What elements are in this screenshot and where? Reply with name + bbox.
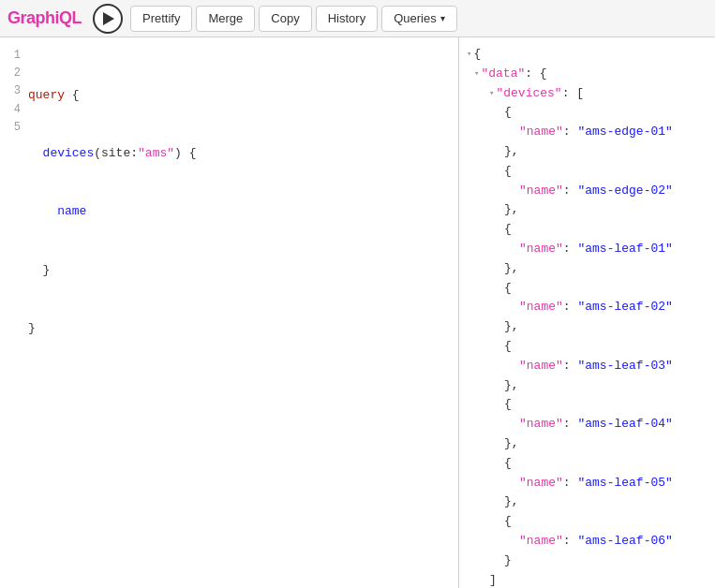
results-panel: ▾{ ▾"data": { ▾"devices": [ { "name": "a… <box>459 37 715 588</box>
prettify-button[interactable]: Prettify <box>130 6 192 32</box>
code-editor[interactable]: 1 2 3 4 5 query { devices(site:"ams") { … <box>0 37 458 588</box>
line-number-3: 3 <box>7 82 21 100</box>
field-name: name <box>57 202 86 222</box>
device-entry-0: { "name": "ams-edge-01" }, <box>459 103 715 161</box>
result-line-dev2-name: "name": "ams-leaf-01" <box>459 240 715 259</box>
code-line-3: name <box>28 202 458 222</box>
queries-button[interactable]: Queries ▾ <box>381 6 457 32</box>
line-numbers: 1 2 3 4 5 <box>0 45 28 588</box>
copy-button[interactable]: Copy <box>259 6 311 32</box>
graphiql-logo: GraphiQL <box>7 8 82 28</box>
result-line-dev5-open: { <box>459 395 715 415</box>
code-line-5: } <box>28 319 458 339</box>
result-line-array-close: ] <box>459 571 715 588</box>
device-entry-5: { "name": "ams-leaf-04" }, <box>459 395 715 453</box>
run-button[interactable] <box>93 4 123 34</box>
result-line-dev4-open: { <box>459 337 715 357</box>
field-devices: devices <box>43 144 95 164</box>
result-line-dev2-close: }, <box>459 259 715 279</box>
result-line-dev0-name: "name": "ams-edge-01" <box>459 123 715 142</box>
result-line-dev3-open: { <box>459 279 715 299</box>
result-line-dev0-close: }, <box>459 142 715 162</box>
result-line-devices-key: ▾"devices": [ <box>459 84 715 104</box>
results-area: ▾{ ▾"data": { ▾"devices": [ { "name": "a… <box>459 37 715 588</box>
result-root: ▾{ ▾"data": { ▾"devices": [ { "name": "a… <box>459 45 715 588</box>
result-line-dev7-name: "name": "ams-leaf-06" <box>459 532 715 551</box>
collapse-root-icon[interactable]: ▾ <box>467 48 471 61</box>
toolbar: GraphiQL Prettify Merge Copy History Que… <box>0 0 715 37</box>
result-line-dev1-open: { <box>459 162 715 182</box>
code-content[interactable]: query { devices(site:"ams") { name } } <box>28 45 458 588</box>
code-line-1: query { <box>28 86 458 106</box>
history-button[interactable]: History <box>316 6 378 32</box>
result-line-dev4-name: "name": "ams-leaf-03" <box>459 357 715 376</box>
collapse-devices-icon[interactable]: ▾ <box>489 87 494 100</box>
result-line-dev6-name: "name": "ams-leaf-05" <box>459 474 715 493</box>
result-line-dev1-name: "name": "ams-edge-02" <box>459 182 715 201</box>
result-line-dev3-name: "name": "ams-leaf-02" <box>459 298 715 317</box>
result-line-data-key: ▾"data": { <box>459 65 715 84</box>
play-icon <box>103 12 114 25</box>
result-line-dev5-name: "name": "ams-leaf-04" <box>459 415 715 434</box>
result-line-dev6-open: { <box>459 454 715 474</box>
result-line-dev5-close: }, <box>459 434 715 454</box>
device-entry-7: { "name": "ams-leaf-06" } <box>459 512 715 570</box>
result-line-dev7-open: { <box>459 512 715 532</box>
result-line-dev4-close: }, <box>459 376 715 396</box>
string-ams: "ams" <box>138 144 174 164</box>
device-entry-3: { "name": "ams-leaf-02" }, <box>459 279 715 337</box>
code-line-2: devices(site:"ams") { <box>28 144 458 164</box>
main-area: 1 2 3 4 5 query { devices(site:"ams") { … <box>0 37 715 588</box>
device-entry-4: { "name": "ams-leaf-03" }, <box>459 337 715 395</box>
chevron-down-icon: ▾ <box>440 13 445 23</box>
line-number-4: 4 <box>7 101 21 119</box>
result-line-dev1-close: }, <box>459 200 715 220</box>
result-line-dev2-open: { <box>459 220 715 240</box>
merge-button[interactable]: Merge <box>196 6 255 32</box>
device-entry-1: { "name": "ams-edge-02" }, <box>459 162 715 220</box>
code-line-4: } <box>28 261 458 281</box>
line-number-2: 2 <box>7 65 21 82</box>
collapse-data-icon[interactable]: ▾ <box>474 67 479 81</box>
device-entry-2: { "name": "ams-leaf-01" }, <box>459 220 715 278</box>
editor-panel: 1 2 3 4 5 query { devices(site:"ams") { … <box>0 37 459 588</box>
line-number-1: 1 <box>7 47 21 65</box>
result-line-dev3-close: }, <box>459 317 715 337</box>
line-number-5: 5 <box>7 119 21 137</box>
result-line-dev7-close: } <box>459 551 715 571</box>
result-line-dev6-close: }, <box>459 492 715 512</box>
keyword-query: query <box>28 86 65 106</box>
result-line-dev0-open: { <box>459 103 715 123</box>
result-line-root-open: ▾{ <box>459 45 715 65</box>
device-entry-6: { "name": "ams-leaf-05" }, <box>459 454 715 512</box>
